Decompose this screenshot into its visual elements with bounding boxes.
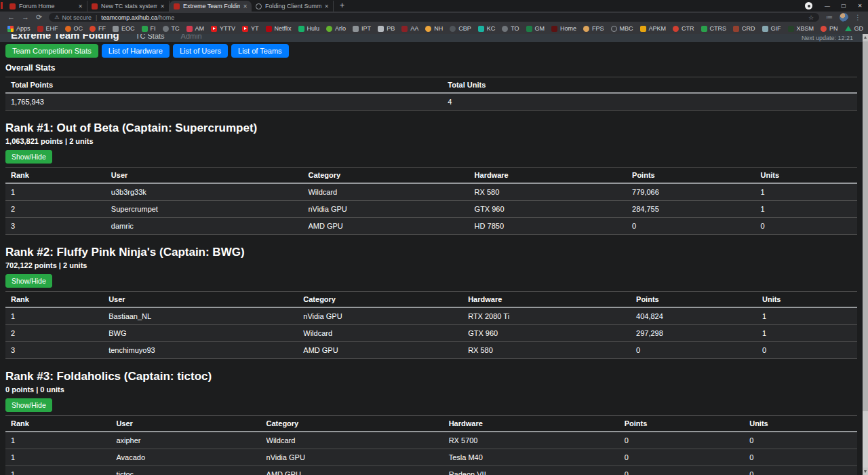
column-header-units[interactable]: Units xyxy=(755,168,857,184)
bookmark-yttv[interactable]: YTTV xyxy=(209,25,240,32)
bookmark-label: AA xyxy=(410,25,418,32)
scroll-up-icon[interactable] xyxy=(863,34,868,41)
bookmark-xbsm[interactable]: XBSM xyxy=(786,25,819,32)
bookmark-crd[interactable]: CRD xyxy=(731,25,760,32)
column-header-user[interactable]: User xyxy=(111,416,260,432)
tab-close-icon[interactable]: ✕ xyxy=(324,3,329,10)
bookmark-ipt[interactable]: IPT xyxy=(351,25,376,32)
bookmark-nh[interactable]: NH xyxy=(423,25,448,32)
list-of-users-button[interactable]: List of Users xyxy=(173,44,228,58)
minimize-button[interactable]: — xyxy=(819,0,835,12)
bookmark-am[interactable]: AM xyxy=(184,25,210,32)
page-scrollbar[interactable] xyxy=(863,34,868,475)
tab-close-icon[interactable]: ✕ xyxy=(243,3,248,10)
bookmark-apps[interactable]: Apps xyxy=(5,25,35,32)
browser-tab[interactable]: Forum Home✕ xyxy=(5,1,87,12)
column-header-user[interactable]: User xyxy=(106,168,303,184)
column-header-total-units[interactable]: Total Units xyxy=(442,77,857,94)
reading-list-icon[interactable]: ≔ xyxy=(826,14,833,21)
back-icon[interactable]: ← xyxy=(7,12,15,23)
column-header-hardware[interactable]: Hardware xyxy=(462,292,631,308)
bookmark-arlo[interactable]: Arlo xyxy=(324,25,351,32)
browser-menu-icon[interactable]: ⋮ xyxy=(854,14,861,21)
team-competition-stats-button[interactable]: Team Competition Stats xyxy=(5,44,98,58)
new-tab-button[interactable]: + xyxy=(334,0,351,12)
column-header-rank[interactable]: Rank xyxy=(5,292,103,308)
column-header-units[interactable]: Units xyxy=(744,416,857,432)
bookmark-pb[interactable]: PB xyxy=(376,25,399,32)
overall-stats-table: Total PointsTotal Units1,765,9434 xyxy=(5,77,857,111)
address-bar[interactable]: ⚠ Not secure | teamcomp.axihub.ca/home ☆ xyxy=(49,13,819,22)
apkm-bookmark-icon xyxy=(640,26,646,32)
team-section: Rank #1: Out of Beta (Captain: Supercrum… xyxy=(5,121,857,235)
bookmark-kc[interactable]: KC xyxy=(476,25,500,32)
column-header-category[interactable]: Category xyxy=(298,292,462,308)
bookmark-ctrs[interactable]: CTRS xyxy=(699,25,732,32)
url-path: /home xyxy=(157,14,174,21)
bookmark-eoc[interactable]: EOC xyxy=(111,25,140,32)
tab-close-icon[interactable]: ✕ xyxy=(78,3,83,10)
bookmark-fi[interactable]: FI xyxy=(140,25,161,32)
bookmark-cbp[interactable]: CBP xyxy=(448,25,476,32)
bookmark-gif[interactable]: GIF xyxy=(760,25,786,32)
nav-link-admin[interactable]: Admin xyxy=(181,34,202,42)
bookmark-gm[interactable]: GM xyxy=(524,25,550,32)
column-header-user[interactable]: User xyxy=(103,292,298,308)
close-window-button[interactable]: ✕ xyxy=(852,0,868,12)
list-of-hardware-button[interactable]: List of Hardware xyxy=(102,44,170,58)
media-controls-icon[interactable] xyxy=(805,2,812,10)
browser-tab[interactable]: Folding Client Summary✕ xyxy=(252,1,334,12)
column-header-points[interactable]: Points xyxy=(631,292,757,308)
bookmark-aa[interactable]: AA xyxy=(399,25,423,32)
bookmark-home[interactable]: Home xyxy=(549,25,581,32)
tab-close-icon[interactable]: ✕ xyxy=(160,3,165,10)
column-header-category[interactable]: Category xyxy=(261,416,443,432)
column-header-category[interactable]: Category xyxy=(302,168,469,184)
column-header-rank[interactable]: Rank xyxy=(5,416,111,432)
column-header-points[interactable]: Points xyxy=(619,416,744,432)
site-brand[interactable]: Extreme Team Folding xyxy=(11,34,119,42)
bookmark-star-icon[interactable]: ☆ xyxy=(808,14,814,21)
bookmark-yt[interactable]: YT xyxy=(240,25,264,32)
table-cell: 1 xyxy=(5,307,103,325)
list-of-teams-button[interactable]: List of Teams xyxy=(231,44,289,58)
forward-icon[interactable]: → xyxy=(22,12,29,23)
bookmark-gd[interactable]: GD xyxy=(843,25,868,32)
bookmark-ff[interactable]: FF xyxy=(87,25,111,32)
not-secure-icon[interactable]: ⚠ xyxy=(54,14,59,20)
column-header-hardware[interactable]: Hardware xyxy=(443,416,619,432)
bookmark-label: MBC xyxy=(620,25,633,32)
browser-tab[interactable]: Extreme Team Folding✕ xyxy=(170,1,252,12)
bookmark-to[interactable]: TO xyxy=(500,25,524,32)
table-cell: tenchimuyo93 xyxy=(103,342,298,359)
table-cell: BWG xyxy=(103,325,298,342)
show-hide-button[interactable]: Show/Hide xyxy=(5,398,52,412)
profile-avatar[interactable] xyxy=(840,13,848,22)
kc-bookmark-icon xyxy=(478,26,484,32)
bookmark-fps[interactable]: FPS xyxy=(581,25,609,32)
bookmark-netflix[interactable]: Netflix xyxy=(264,25,296,32)
column-header-units[interactable]: Units xyxy=(757,292,857,308)
bookmark-pn[interactable]: PN xyxy=(818,25,843,32)
bookmark-apkm[interactable]: APKM xyxy=(638,25,671,32)
column-header-total-points[interactable]: Total Points xyxy=(5,77,442,94)
cbp-bookmark-icon xyxy=(450,26,456,32)
nav-link-tc-stats[interactable]: TC Stats xyxy=(136,34,165,42)
maximize-button[interactable]: ▢ xyxy=(835,0,852,12)
bookmark-ctr[interactable]: CTR xyxy=(671,25,699,32)
column-header-hardware[interactable]: Hardware xyxy=(469,168,627,184)
bookmark-ehf[interactable]: EHF xyxy=(35,25,63,32)
bookmark-oc[interactable]: OC xyxy=(63,25,88,32)
browser-tab[interactable]: New TC stats system & progress✕ xyxy=(87,1,170,12)
reload-icon[interactable]: ⟳ xyxy=(36,12,42,23)
bookmark-hulu[interactable]: Hulu xyxy=(296,25,325,32)
scrollbar-thumb[interactable] xyxy=(863,41,868,411)
scroll-down-icon[interactable] xyxy=(863,468,868,475)
column-header-points[interactable]: Points xyxy=(627,168,755,184)
show-hide-button[interactable]: Show/Hide xyxy=(5,274,52,288)
bookmark-mbc[interactable]: MBC xyxy=(609,25,638,32)
bookmark-label: YTTV xyxy=(220,25,235,32)
bookmark-tc[interactable]: TC xyxy=(161,25,184,32)
show-hide-button[interactable]: Show/Hide xyxy=(5,150,52,164)
column-header-rank[interactable]: Rank xyxy=(5,168,106,184)
